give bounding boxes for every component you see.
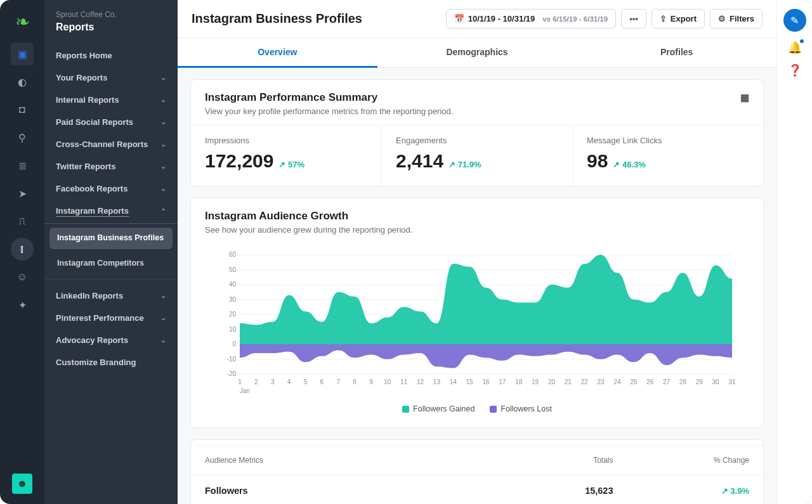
dashboard-icon[interactable]: ◐ (11, 70, 34, 93)
svg-text:5: 5 (304, 378, 308, 385)
icon-rail: ❧ ▣ ◐ ◘ ⚲ ≣ ➤ ⎍ ⫿ ☺ ✦ ☻ (0, 0, 44, 504)
date-range-picker[interactable]: 📅 10/1/19 - 10/31/19 vs 6/15/19 - 6/31/1… (446, 9, 616, 29)
performance-summary-card: Instagram Performance Summary ▦ View you… (190, 79, 764, 186)
metric-engagements: Engagements2,41471.9% (382, 126, 573, 186)
svg-text:14: 14 (450, 378, 457, 385)
tab-demographics[interactable]: Demographics (377, 38, 577, 67)
send-icon[interactable]: ➤ (11, 182, 34, 205)
audience-metrics-table: Audience Metrics Totals % Change Followe… (190, 439, 764, 504)
tab-overview[interactable]: Overview (178, 38, 377, 68)
summary-title: Instagram Performance Summary (205, 91, 377, 104)
nav-item-your-reports[interactable]: Your Reports⌄ (44, 67, 178, 89)
nav-item-reports-home[interactable]: Reports Home (44, 44, 178, 67)
svg-text:30: 30 (712, 378, 720, 385)
analytics-icon[interactable]: ⫿ (11, 238, 34, 261)
svg-text:2: 2 (254, 378, 258, 385)
section-title: Reports (44, 22, 178, 44)
nav-item-internal-reports[interactable]: Internal Reports⌄ (44, 89, 178, 111)
svg-text:0: 0 (232, 340, 236, 347)
svg-text:30: 30 (229, 296, 237, 303)
svg-text:8: 8 (353, 378, 357, 385)
help-icon[interactable]: ❓ (788, 63, 802, 77)
svg-text:7: 7 (336, 378, 340, 385)
right-rail: ✎ 🔔 ❓ (776, 0, 812, 504)
topbar: Instagram Business Profiles 📅 10/1/19 - … (178, 0, 776, 38)
svg-text:11: 11 (400, 378, 408, 385)
svg-text:26: 26 (646, 378, 654, 385)
table-view-icon[interactable]: ▦ (740, 92, 749, 103)
nav-sub-instagram-business-profiles[interactable]: Instagram Business Profiles (49, 228, 173, 249)
growth-sub: See how your audience grew during the re… (205, 225, 749, 235)
nav-item-customize-branding[interactable]: Customize Branding (44, 351, 178, 373)
star-icon[interactable]: ✦ (11, 294, 34, 316)
page-title: Instagram Business Profiles (192, 11, 362, 26)
chevron-down-icon: ⌄ (160, 118, 166, 126)
svg-text:19: 19 (532, 378, 539, 385)
folder-icon[interactable]: ▣ (11, 42, 34, 65)
svg-text:21: 21 (565, 378, 572, 385)
metric-message-link-clicks: Message Link Clicks9846.3% (573, 126, 763, 186)
audience-growth-card: Instagram Audience Growth See how your a… (190, 198, 764, 428)
svg-text:6: 6 (320, 378, 324, 385)
summary-sub: View your key profile performance metric… (205, 107, 749, 116)
svg-text:27: 27 (663, 378, 671, 385)
ellipsis-icon: ••• (629, 14, 638, 23)
nav-item-facebook-reports[interactable]: Facebook Reports⌄ (44, 178, 178, 200)
metric-impressions: Impressions172,20957% (191, 126, 382, 186)
svg-text:10: 10 (384, 378, 391, 385)
svg-text:22: 22 (581, 378, 589, 385)
chevron-down-icon: ⌄ (160, 314, 166, 322)
svg-text:13: 13 (433, 378, 441, 385)
svg-text:10: 10 (229, 326, 237, 333)
pin-icon[interactable]: ⚲ (11, 126, 34, 149)
legend-gained: Followers Gained (402, 404, 475, 413)
chevron-down-icon: ⌄ (160, 162, 166, 171)
svg-text:16: 16 (482, 378, 490, 385)
nav-item-instagram-reports[interactable]: Instagram Reports⌃ (44, 200, 178, 224)
svg-text:28: 28 (679, 378, 687, 385)
nav-item-linkedin-reports[interactable]: LinkedIn Reports⌄ (44, 285, 178, 307)
svg-text:3: 3 (271, 378, 275, 385)
inbox-icon[interactable]: ◘ (11, 98, 34, 121)
sprout-logo-icon[interactable]: ❧ (15, 11, 30, 32)
chevron-down-icon: ⌄ (160, 74, 166, 82)
chevron-down-icon: ⌄ (160, 184, 166, 193)
tabs: OverviewDemographicsProfiles (178, 38, 776, 68)
nav-item-cross-channel-reports[interactable]: Cross-Channel Reports⌄ (44, 133, 178, 155)
table-row: Followers15,6233.9% (191, 475, 763, 504)
audience-growth-chart: -20-100102030405060 12345678910111213141… (205, 250, 749, 396)
list-icon[interactable]: ≣ (11, 154, 34, 177)
more-button[interactable]: ••• (621, 9, 646, 29)
svg-text:9: 9 (369, 378, 373, 385)
svg-text:12: 12 (417, 378, 424, 385)
nav-item-twitter-reports[interactable]: Twitter Reports⌄ (44, 155, 178, 178)
svg-text:23: 23 (598, 378, 605, 385)
svg-text:24: 24 (613, 378, 621, 385)
svg-text:31: 31 (728, 378, 736, 385)
user-avatar[interactable]: ☻ (12, 474, 32, 494)
tab-profiles[interactable]: Profiles (577, 38, 776, 67)
pulse-icon[interactable]: ⎍ (11, 210, 34, 233)
chevron-down-icon: ⌄ (160, 292, 166, 300)
filters-button[interactable]: ⚙Filters (710, 9, 763, 29)
svg-text:17: 17 (499, 378, 506, 385)
svg-text:20: 20 (548, 378, 556, 385)
svg-text:50: 50 (229, 266, 237, 273)
nav-sub-instagram-competitors[interactable]: Instagram Competitors (49, 253, 173, 275)
nav-item-pinterest-performance[interactable]: Pinterest Performance⌄ (44, 307, 178, 329)
th-change: % Change (613, 456, 750, 465)
svg-text:-20: -20 (227, 370, 237, 377)
bot-icon[interactable]: ☺ (11, 266, 34, 288)
svg-text:Jan: Jan (240, 387, 250, 394)
compose-button[interactable]: ✎ (783, 9, 806, 32)
chevron-down-icon: ⌄ (160, 96, 166, 104)
svg-text:1: 1 (238, 378, 242, 385)
svg-text:18: 18 (515, 378, 523, 385)
svg-text:25: 25 (630, 378, 638, 385)
nav-item-paid-social-reports[interactable]: Paid Social Reports⌄ (44, 111, 178, 133)
export-button[interactable]: ⇪Export (652, 9, 705, 29)
nav-item-advocacy-reports[interactable]: Advocacy Reports⌄ (44, 329, 178, 351)
calendar-icon: 📅 (454, 14, 464, 23)
legend-lost: Followers Lost (490, 404, 552, 413)
notifications-icon[interactable]: 🔔 (788, 41, 802, 55)
